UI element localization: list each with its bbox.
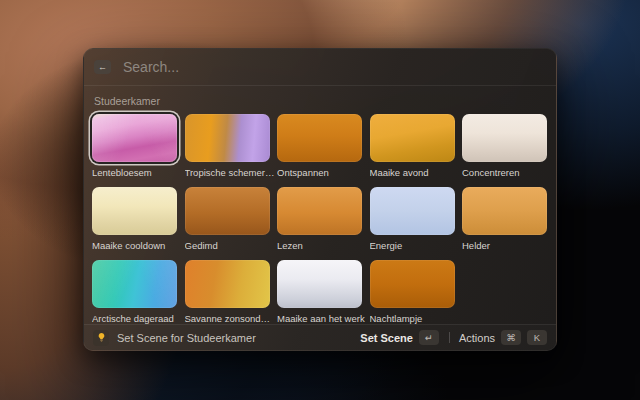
section-title: Studeerkamer	[94, 95, 548, 107]
scene-thumbnail	[277, 187, 362, 235]
search-input[interactable]	[121, 58, 546, 76]
scene-label: Maaike cooldown	[92, 240, 182, 251]
scene-card[interactable]: Maaike aan het werk	[277, 260, 362, 324]
footer-bar: Set Scene for Studeerkamer Set Scene ↵ A…	[84, 324, 556, 350]
back-button[interactable]: ←	[94, 60, 111, 74]
footer-separator	[449, 332, 450, 343]
scene-card[interactable]: Helder	[462, 187, 547, 251]
scene-label: Maaike aan het werk	[277, 313, 367, 324]
scene-section: Studeerkamer LentebloesemTropische schem…	[84, 86, 556, 324]
scene-label: Energie	[370, 240, 460, 251]
scene-label: Concentreren	[462, 167, 552, 178]
scene-thumbnail	[277, 114, 362, 162]
scene-label: Gedimd	[185, 240, 275, 251]
scene-label: Maaike avond	[370, 167, 460, 178]
scene-thumbnail	[185, 187, 270, 235]
set-scene-label: Set Scene	[360, 332, 413, 344]
scene-thumbnail	[185, 260, 270, 308]
command-key-icon: ⌘	[501, 330, 521, 345]
actions-button[interactable]: Actions ⌘ K	[459, 330, 547, 345]
scene-label: Tropische schemering	[185, 167, 275, 178]
scene-thumbnail	[462, 114, 547, 162]
scene-card[interactable]: Concentreren	[462, 114, 547, 178]
scene-thumbnail	[92, 260, 177, 308]
scene-thumbnail	[370, 260, 455, 308]
arrow-left-icon: ←	[98, 60, 107, 74]
scene-card[interactable]: Energie	[370, 187, 455, 251]
footer-status: Set Scene for Studeerkamer	[117, 332, 256, 344]
lightbulb-chip	[93, 330, 109, 346]
scene-card[interactable]: Maaike cooldown	[92, 187, 177, 251]
scene-card[interactable]: Arctische dageraad	[92, 260, 177, 324]
actions-label: Actions	[459, 332, 495, 344]
scene-card[interactable]: Lezen	[277, 187, 362, 251]
scene-label: Lezen	[277, 240, 367, 251]
scene-card[interactable]: Ontspannen	[277, 114, 362, 178]
scene-picker-window: ← Studeerkamer LentebloesemTropische sch…	[83, 48, 557, 351]
scene-thumbnail	[92, 114, 177, 162]
scene-thumbnail	[92, 187, 177, 235]
scene-label: Lentebloesem	[92, 167, 182, 178]
scene-card[interactable]: Tropische schemering	[185, 114, 270, 178]
scene-label: Arctische dageraad	[92, 313, 182, 324]
scene-card[interactable]: Maaike avond	[370, 114, 455, 178]
return-key-icon: ↵	[419, 330, 439, 345]
scene-card[interactable]: Savanne zonsonderg…	[185, 260, 270, 324]
scene-thumbnail	[185, 114, 270, 162]
scene-thumbnail	[277, 260, 362, 308]
footer-actions: Set Scene ↵ Actions ⌘ K	[360, 330, 547, 345]
scene-thumbnail	[370, 187, 455, 235]
scene-label: Helder	[462, 240, 552, 251]
scene-card[interactable]: Lentebloesem	[92, 114, 177, 178]
scene-thumbnail	[370, 114, 455, 162]
scene-card[interactable]: Gedimd	[185, 187, 270, 251]
scene-label: Ontspannen	[277, 167, 367, 178]
set-scene-button[interactable]: Set Scene ↵	[360, 330, 439, 345]
k-key-icon: K	[527, 330, 547, 345]
scene-thumbnail	[462, 187, 547, 235]
lightbulb-icon	[96, 332, 107, 343]
scene-label: Nachtlampje	[370, 313, 460, 324]
scene-card[interactable]: Nachtlampje	[370, 260, 455, 324]
search-bar: ←	[84, 49, 556, 86]
scene-grid: LentebloesemTropische schemeringOntspann…	[92, 114, 548, 324]
scene-label: Savanne zonsonderg…	[185, 313, 275, 324]
